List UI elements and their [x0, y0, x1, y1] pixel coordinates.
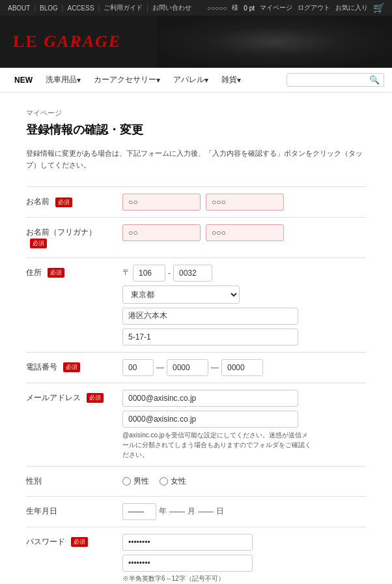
nav-accessories[interactable]: カーアクセサリー ▾	[87, 68, 167, 93]
birthday-month-unit: 月	[188, 506, 195, 517]
birthday-row: 生年月日 年 —— 月 —— 日	[26, 496, 366, 527]
points-label: 様	[232, 3, 238, 12]
points-value: 0 pt	[244, 5, 255, 12]
city-input[interactable]	[122, 308, 298, 325]
favorites-link[interactable]: お気に入り	[335, 3, 368, 12]
gender-female-label[interactable]: 女性	[160, 476, 186, 487]
email-row: メールアドレス 必須 @axisinc.co.jpを受信可能な設定にしてください…	[26, 383, 366, 466]
postal1-input[interactable]	[133, 265, 165, 282]
address-row: 住所 必須 〒 - 東京都	[26, 257, 366, 352]
furigana-label: お名前（フリガナ） 必須	[26, 218, 117, 257]
postal-separator: -	[168, 269, 171, 278]
address-inputs: 〒 - 東京都	[117, 257, 366, 352]
email-label: メールアドレス 必須	[26, 383, 117, 466]
password-note: ※半角英数字6～12字（記号不可）	[122, 574, 366, 583]
page-content: マイページ 登録情報の確認・変更 登録情報に変更がある場合は、下記フォームに入力…	[0, 93, 392, 584]
contact-link[interactable]: お問い合わせ	[152, 3, 191, 12]
password-label: パスワード 必須	[26, 527, 117, 584]
email2-input[interactable]	[122, 411, 298, 428]
cart-icon[interactable]: 🛒	[373, 3, 384, 13]
header-background	[157, 16, 392, 68]
name-last-input[interactable]	[122, 194, 201, 211]
blog-link[interactable]: BLOG	[40, 5, 58, 12]
gender-label: 性別	[26, 466, 117, 496]
password2-input[interactable]	[122, 555, 253, 572]
page-title: 登録情報の確認・変更	[26, 122, 366, 138]
birthday-day-unit: 日	[216, 506, 224, 517]
furigana-inputs	[117, 218, 366, 257]
site-header: LE GARAGE	[0, 16, 392, 68]
gender-male-label[interactable]: 男性	[122, 476, 149, 487]
phone3-input[interactable]	[221, 359, 263, 376]
password1-input[interactable]	[122, 534, 253, 551]
search-input[interactable]	[291, 76, 369, 84]
form-description: 登録情報に変更がある場合は、下記フォームに入力後、「入力内容を確認する」ボタンを…	[26, 148, 366, 171]
phone-row: 電話番号 必須 — —	[26, 352, 366, 383]
about-link[interactable]: ABOUT	[8, 5, 30, 12]
address-label: 住所 必須	[26, 257, 117, 352]
main-navigation: NEW 洗車用品 ▾ カーアクセサリー ▾ アパレル ▾ 雑貨 ▾ 🔍	[0, 68, 392, 93]
name-label: お名前 必須	[26, 187, 117, 218]
gender-male-radio[interactable]	[122, 477, 131, 486]
logo-le: LE	[13, 32, 44, 51]
name-required-badge: 必須	[55, 197, 72, 207]
nav-apparel[interactable]: アパレル ▾	[167, 68, 215, 93]
points-icon: ○○○○○	[207, 5, 227, 12]
furigana-last-input[interactable]	[122, 224, 201, 241]
top-navigation: ABOUT | BLOG | ACCESS | ご利用ガイド | お問い合わせ …	[0, 0, 392, 16]
guide-link[interactable]: ご利用ガイド	[104, 3, 143, 12]
phone-inputs: — —	[117, 352, 366, 383]
password-row: パスワード 必須 ※半角英数字6～12字（記号不可）	[26, 527, 366, 584]
site-logo[interactable]: LE GARAGE	[13, 32, 121, 51]
name-inputs	[117, 187, 366, 218]
street-input[interactable]	[122, 328, 298, 345]
birthday-year-input[interactable]	[122, 503, 156, 520]
furigana-first-input[interactable]	[206, 224, 284, 241]
gender-female-radio[interactable]	[160, 477, 168, 486]
logo-garage: GARAGE	[44, 32, 121, 51]
nav-new[interactable]: NEW	[8, 68, 39, 93]
email1-input[interactable]	[122, 390, 298, 407]
name-row: お名前 必須	[26, 187, 366, 218]
search-icon[interactable]: 🔍	[369, 75, 380, 85]
logout-link[interactable]: ログアウト	[298, 3, 330, 12]
birthday-year-unit: 年	[159, 506, 167, 517]
phone-required-badge: 必須	[63, 362, 80, 372]
phone2-input[interactable]	[167, 359, 208, 376]
email-note: @axisinc.co.jpを受信可能な設定にしてください。迷惑が送信メールに分…	[122, 430, 311, 460]
search-box[interactable]: 🔍	[287, 73, 384, 87]
phone-label: 電話番号 必須	[26, 352, 117, 383]
postal2-input[interactable]	[173, 265, 212, 282]
email-inputs: @axisinc.co.jpを受信可能な設定にしてください。迷惑が送信メールに分…	[117, 383, 366, 466]
email-required-badge: 必須	[87, 393, 104, 403]
prefecture-select[interactable]: 東京都	[122, 285, 240, 304]
gender-row: 性別 男性 女性	[26, 466, 366, 496]
password-required-badge: 必須	[71, 537, 88, 547]
nav-misc[interactable]: 雑貨 ▾	[215, 68, 247, 93]
phone1-input[interactable]	[122, 359, 154, 376]
access-link[interactable]: ACCESS	[67, 5, 94, 12]
gender-options: 男性 女性	[122, 473, 366, 487]
furigana-row: お名前（フリガナ） 必須	[26, 218, 366, 257]
furigana-required-badge: 必須	[30, 239, 47, 248]
breadcrumb: マイページ	[26, 108, 366, 118]
mypage-link[interactable]: マイページ	[260, 3, 292, 12]
address-required-badge: 必須	[48, 268, 64, 278]
name-first-input[interactable]	[206, 194, 284, 211]
postal-symbol: 〒	[122, 267, 130, 278]
phone-sep1: —	[156, 363, 164, 372]
nav-wash[interactable]: 洗車用品 ▾	[39, 68, 87, 93]
registration-form: お名前 必須 お名前（フリガナ） 必須	[26, 186, 366, 584]
birthday-label: 生年月日	[26, 496, 117, 527]
birthday-inputs: 年 —— 月 —— 日	[122, 503, 366, 520]
phone-sep2: —	[211, 363, 219, 372]
